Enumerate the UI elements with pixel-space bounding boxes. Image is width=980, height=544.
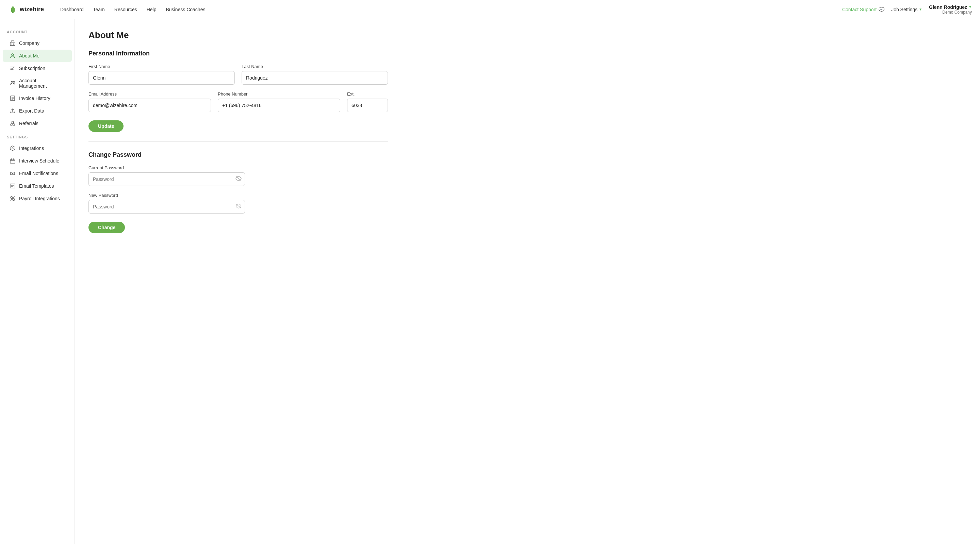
email-notifications-icon [10,170,16,176]
phone-input[interactable] [218,98,340,112]
job-settings-chevron-icon: ▼ [919,8,922,11]
nav-resources[interactable]: Resources [115,7,137,12]
sidebar-item-account-management[interactable]: Account Management [3,75,72,92]
sidebar-item-invoice-history[interactable]: Invoice History [3,92,72,105]
sidebar-item-referrals[interactable]: Referrals [3,117,72,130]
sidebar-item-about-me[interactable]: About Me [3,50,72,62]
update-button[interactable]: Update [89,121,124,132]
user-profile-button[interactable]: Glenn Rodriguez ▼ Demo Company [929,5,972,14]
sidebar-export-data-label: Export Data [19,108,44,114]
sidebar-item-email-notifications[interactable]: Email Notifications [3,167,72,179]
new-password-wrap [89,200,245,214]
sidebar-payroll-integrations-label: Payroll Integrations [19,196,60,201]
new-password-input[interactable] [89,200,245,214]
about-me-icon [10,53,16,59]
nav-dashboard[interactable]: Dashboard [60,7,84,12]
svg-rect-13 [12,121,14,123]
email-label: Email Address [89,92,211,97]
top-navigation: wizehire Dashboard Team Resources Help B… [0,0,980,19]
ext-group: Ext. [347,92,388,112]
referrals-icon [10,121,16,127]
nav-team[interactable]: Team [93,7,105,12]
user-company-text: Demo Company [942,10,972,14]
email-input[interactable] [89,98,211,112]
name-row: First Name Last Name [89,64,388,85]
svg-point-24 [11,197,13,198]
svg-point-4 [11,54,14,56]
phone-group: Phone Number [218,92,340,112]
new-password-label: New Password [89,193,245,198]
svg-rect-11 [11,124,12,125]
integrations-icon [10,145,16,151]
svg-point-25 [13,198,14,201]
nav-right: Contact Support 💬 Job Settings ▼ Glenn R… [842,5,972,14]
sidebar-item-email-templates[interactable]: Email Templates [3,180,72,192]
svg-rect-3 [13,43,14,44]
contact-support-button[interactable]: Contact Support 💬 [842,7,885,12]
main-layout: ACCOUNT Company About Me Subscription Ac… [0,19,980,544]
sidebar-company-label: Company [19,40,40,46]
personal-info-title: Personal Information [89,50,388,57]
sidebar-item-interview-schedule[interactable]: Interview Schedule [3,155,72,167]
payroll-icon [10,195,16,201]
change-password-title: Change Password [89,151,388,159]
sidebar-integrations-label: Integrations [19,146,44,151]
sidebar-interview-schedule-label: Interview Schedule [19,158,59,163]
nav-links: Dashboard Team Resources Help Business C… [60,7,831,12]
new-password-eye-icon[interactable] [235,204,242,210]
interview-schedule-icon [10,158,16,164]
svg-point-5 [11,82,13,83]
sidebar: ACCOUNT Company About Me Subscription Ac… [0,19,75,544]
settings-section-label: SETTINGS [0,135,75,142]
account-section-label: ACCOUNT [0,30,75,37]
invoice-icon [10,95,16,102]
sidebar-about-me-label: About Me [19,53,40,59]
svg-rect-21 [10,184,15,188]
change-button[interactable]: Change [89,222,125,233]
svg-marker-14 [10,146,15,151]
svg-rect-0 [10,42,15,46]
user-chevron-icon: ▼ [969,5,972,9]
first-name-group: First Name [89,64,235,85]
new-password-group: New Password [89,193,245,214]
export-icon [10,108,16,114]
email-templates-icon [10,183,16,189]
current-password-input[interactable] [89,172,245,186]
current-password-eye-icon[interactable] [235,176,242,182]
nav-help[interactable]: Help [147,7,156,12]
sidebar-item-export-data[interactable]: Export Data [3,105,72,117]
logo[interactable]: wizehire [8,5,44,14]
chat-icon: 💬 [878,7,885,12]
sidebar-subscription-label: Subscription [19,66,45,71]
last-name-label: Last Name [242,64,388,69]
ext-input[interactable] [347,98,388,112]
email-group: Email Address [89,92,211,112]
current-password-label: Current Password [89,165,245,170]
user-name-text: Glenn Rodriguez [929,5,967,10]
sidebar-item-subscription[interactable]: Subscription [3,62,72,75]
ext-label: Ext. [347,92,388,97]
job-settings-button[interactable]: Job Settings ▼ [891,7,922,12]
svg-rect-12 [13,124,14,125]
sidebar-referrals-label: Referrals [19,121,38,126]
first-name-label: First Name [89,64,235,69]
sidebar-item-company[interactable]: Company [3,37,72,49]
subscription-icon [10,65,16,71]
svg-point-6 [13,82,15,83]
nav-business-coaches[interactable]: Business Coaches [166,7,205,12]
new-password-row: New Password [89,193,388,214]
company-icon [10,40,16,46]
sidebar-item-payroll-integrations[interactable]: Payroll Integrations [3,192,72,205]
svg-rect-2 [11,43,12,44]
svg-point-15 [12,147,13,149]
current-password-wrap [89,172,245,186]
svg-rect-1 [11,41,14,42]
phone-label: Phone Number [218,92,340,97]
sidebar-email-templates-label: Email Templates [19,183,54,189]
sidebar-account-management-label: Account Management [19,78,65,89]
last-name-input[interactable] [242,71,388,85]
sidebar-item-integrations[interactable]: Integrations [3,142,72,154]
section-divider [89,141,388,142]
sidebar-invoice-history-label: Invoice History [19,95,50,101]
first-name-input[interactable] [89,71,235,85]
